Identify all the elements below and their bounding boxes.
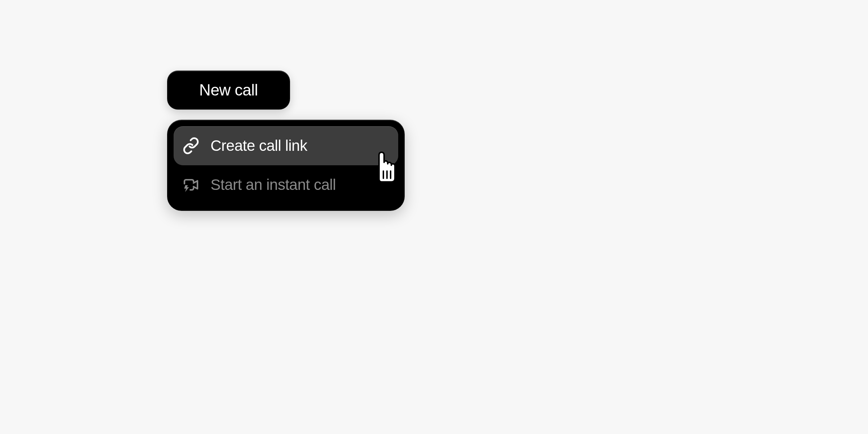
new-call-button[interactable]: New call [167,71,290,110]
menu-item-label: Create call link [210,137,307,154]
video-instant-icon [182,176,200,193]
svg-marker-0 [184,185,189,192]
link-icon [182,137,200,154]
new-call-button-label: New call [199,81,258,99]
menu-item-label: Start an instant call [210,176,336,193]
start-instant-call-item[interactable]: Start an instant call [174,165,398,204]
create-call-link-item[interactable]: Create call link [174,126,398,165]
new-call-dropdown: Create call link Start an instant call [167,120,405,211]
